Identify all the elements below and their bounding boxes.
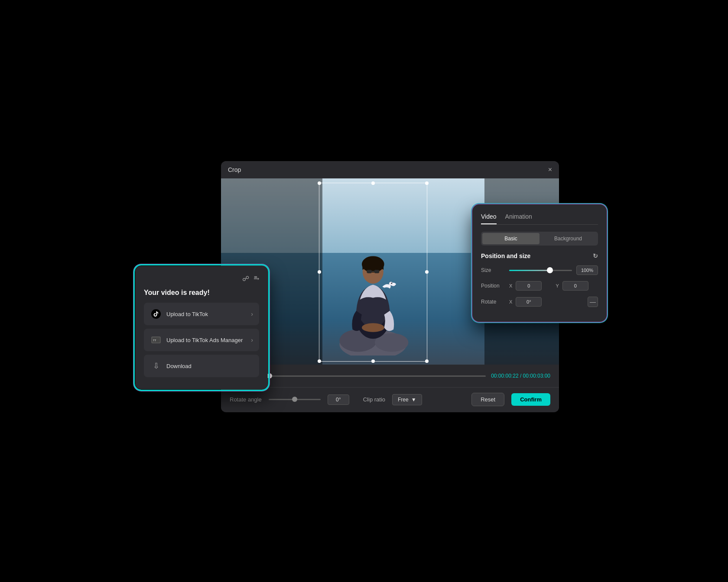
crop-title: Crop xyxy=(228,166,241,173)
rotate-x-value[interactable]: 0° xyxy=(516,297,542,307)
upload-tiktok-label: Upload to TikTok xyxy=(166,311,208,317)
action-item-left-ads: TT Upload to TikTok Ads Manager xyxy=(150,334,243,346)
reset-button[interactable]: Reset xyxy=(471,393,504,406)
progress-track[interactable] xyxy=(240,375,486,377)
position-x-label: X xyxy=(509,283,512,288)
position-y-label: Y xyxy=(556,283,559,288)
upload-tiktok-item[interactable]: Upload to TikTok › xyxy=(144,303,259,325)
rotate-label: Rotate xyxy=(481,299,505,305)
size-label: Size xyxy=(481,267,505,273)
position-y-group: Y 0 xyxy=(556,281,598,291)
tiktok-chevron-icon: › xyxy=(251,310,253,317)
size-slider[interactable] xyxy=(509,270,572,271)
tiktok-logo xyxy=(151,309,161,319)
position-x-group: X 0 xyxy=(509,281,552,291)
video-ready-title: Your video is ready! xyxy=(144,289,259,297)
action-item-left: Upload to TikTok xyxy=(150,308,208,320)
clip-ratio-dropdown[interactable]: Free ▼ xyxy=(392,394,422,405)
rotate-row: Rotate X 0° — xyxy=(481,297,598,307)
download-icon: ⇩ xyxy=(150,360,162,372)
size-slider-thumb[interactable] xyxy=(547,267,553,273)
crop-titlebar: Crop × xyxy=(221,161,559,178)
size-value[interactable]: 100% xyxy=(576,265,598,275)
position-label: Position xyxy=(481,283,505,289)
tiktok-ads-icon: TT xyxy=(150,334,162,346)
crop-handle-top-right[interactable] xyxy=(425,181,429,185)
size-slider-fill xyxy=(509,270,550,271)
subtab-background[interactable]: Background xyxy=(540,233,597,244)
rotate-x-label: X xyxy=(509,299,512,304)
crop-box[interactable] xyxy=(319,183,427,362)
time-display: 00:00:00:22 / 00:00:03:00 xyxy=(491,373,550,379)
section-title-text: Position and size xyxy=(481,252,530,259)
tab-video[interactable]: Video xyxy=(481,213,497,224)
rotate-thumb[interactable] xyxy=(292,397,297,402)
rotate-minus-button[interactable]: — xyxy=(588,297,598,307)
upload-tiktok-ads-label: Upload to TikTok Ads Manager xyxy=(166,337,243,343)
crop-handle-bottom-right[interactable] xyxy=(425,359,429,363)
position-size-section: Position and size ↻ xyxy=(481,252,598,259)
expand-icon[interactable]: ⥱ xyxy=(254,275,259,283)
comment-icon[interactable]: ☍ xyxy=(242,275,249,283)
tiktok-ads-chevron-icon: › xyxy=(251,336,253,343)
rotate-value: 0° xyxy=(328,394,349,405)
video-ready-card: ☍ ⥱ Your video is ready! Upload to TikTo… xyxy=(134,265,269,390)
download-label: Download xyxy=(166,363,192,369)
properties-card: Video Animation Basic Background Positio… xyxy=(472,204,607,322)
rotate-track[interactable] xyxy=(269,399,321,400)
reset-position-icon[interactable]: ↻ xyxy=(593,252,598,259)
card-icons-row: ☍ ⥱ xyxy=(144,275,259,283)
position-row: Position X 0 Y 0 xyxy=(481,281,598,291)
action-item-left-download: ⇩ Download xyxy=(150,360,192,372)
crop-handle-middle-left[interactable] xyxy=(318,270,321,274)
crop-handle-top-left[interactable] xyxy=(318,181,321,185)
prop-subtabs: Basic Background xyxy=(481,232,598,246)
prop-tabs: Video Animation xyxy=(481,213,598,225)
tiktok-ads-logo: TT xyxy=(151,336,161,343)
rotate-x-group: X 0° xyxy=(509,297,583,307)
position-x-value[interactable]: 0 xyxy=(516,281,542,291)
download-item[interactable]: ⇩ Download xyxy=(144,355,259,377)
tiktok-icon xyxy=(150,308,162,320)
upload-tiktok-ads-item[interactable]: TT Upload to TikTok Ads Manager › xyxy=(144,329,259,351)
crop-handle-bottom-left[interactable] xyxy=(318,359,321,363)
download-symbol: ⇩ xyxy=(153,361,159,371)
tab-animation[interactable]: Animation xyxy=(505,213,532,224)
clip-ratio-label: Clip ratio xyxy=(363,396,385,403)
crop-controls: Rotate angle 0° Clip ratio Free ▼ Reset … xyxy=(221,387,559,411)
svg-text:TT: TT xyxy=(153,339,156,342)
rotate-angle-label: Rotate angle xyxy=(230,396,262,403)
size-row: Size 100% xyxy=(481,265,598,275)
position-y-value[interactable]: 0 xyxy=(562,281,588,291)
crop-handle-bottom-center[interactable] xyxy=(371,359,375,363)
chevron-down-icon: ▼ xyxy=(411,397,416,403)
crop-playbar: ▶ 00:00:00:22 / 00:00:03:00 xyxy=(221,365,559,387)
crop-handle-top-center[interactable] xyxy=(371,181,375,185)
subtab-basic[interactable]: Basic xyxy=(482,233,540,244)
close-button[interactable]: × xyxy=(548,166,552,173)
confirm-button[interactable]: Confirm xyxy=(511,393,550,406)
